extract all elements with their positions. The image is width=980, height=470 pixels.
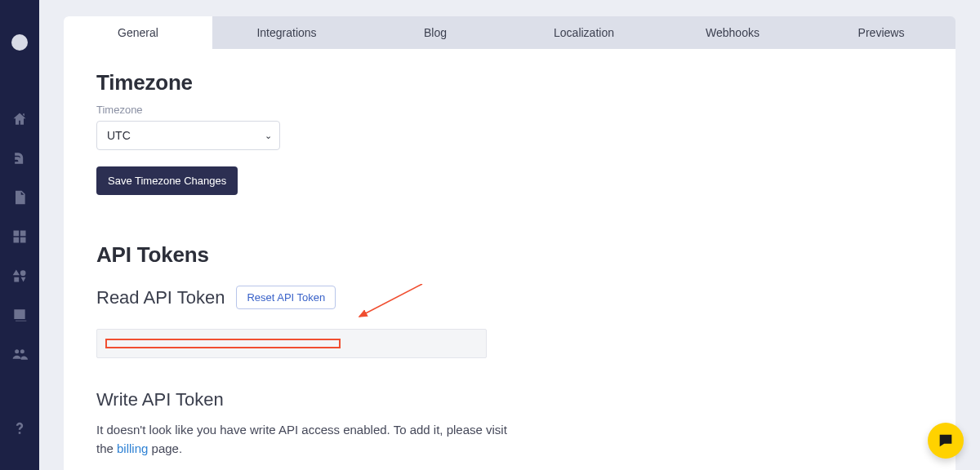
read-api-token-heading: Read API Token xyxy=(96,287,225,308)
billing-link[interactable]: billing xyxy=(117,441,148,455)
token-redaction-box xyxy=(105,339,341,348)
chat-widget-button[interactable] xyxy=(928,423,964,459)
save-timezone-button[interactable]: Save Timezone Changes xyxy=(96,166,238,195)
shapes-icon[interactable] xyxy=(11,268,28,284)
tabs: General Integrations Blog Localization W… xyxy=(64,16,956,49)
read-api-token-field[interactable] xyxy=(96,329,487,358)
users-icon[interactable] xyxy=(11,346,28,362)
page: General Integrations Blog Localization W… xyxy=(39,0,980,470)
reset-api-token-button[interactable]: Reset API Token xyxy=(236,286,336,309)
page-icon[interactable] xyxy=(11,189,28,206)
blog-icon[interactable] xyxy=(11,150,28,166)
timezone-select[interactable]: UTC xyxy=(96,121,280,150)
timezone-heading: Timezone xyxy=(96,70,923,95)
api-tokens-heading: API Tokens xyxy=(96,242,923,268)
write-api-message: It doesn't look like you have write API … xyxy=(96,420,521,459)
home-icon[interactable] xyxy=(11,111,28,127)
sidebar xyxy=(0,0,39,470)
tab-blog[interactable]: Blog xyxy=(361,16,510,49)
tab-previews[interactable]: Previews xyxy=(807,16,956,49)
tab-general[interactable]: General xyxy=(64,16,212,49)
avatar[interactable] xyxy=(11,34,28,51)
write-msg-part2: page. xyxy=(148,441,182,455)
tab-webhooks[interactable]: Webhooks xyxy=(658,16,807,49)
timezone-label: Timezone xyxy=(96,104,923,116)
help-icon[interactable] xyxy=(11,421,28,437)
grid-icon[interactable] xyxy=(11,228,28,245)
image-icon[interactable] xyxy=(11,307,28,323)
tab-localization[interactable]: Localization xyxy=(510,16,658,49)
write-api-token-heading: Write API Token xyxy=(96,389,923,410)
tab-integrations[interactable]: Integrations xyxy=(212,16,361,49)
tab-content: Timezone Timezone UTC ⌄ Save Timezone Ch… xyxy=(64,49,956,470)
